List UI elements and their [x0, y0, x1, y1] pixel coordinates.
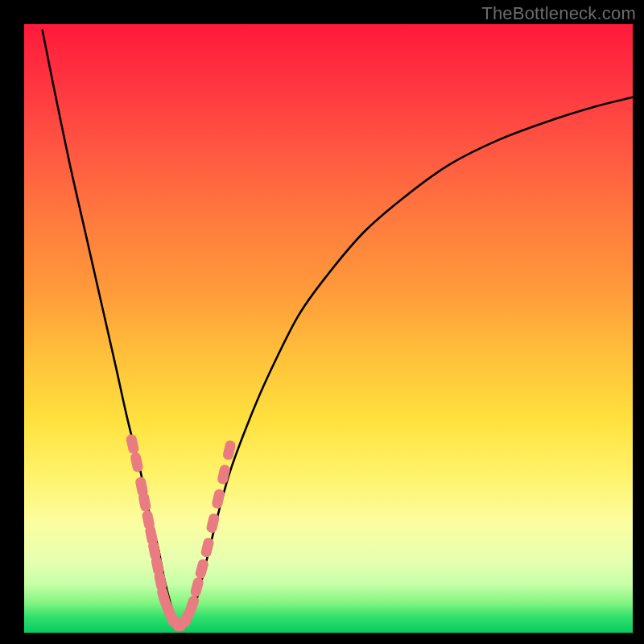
pink-bead-marker: [189, 576, 204, 598]
curve-layer: [24, 24, 633, 633]
pink-bead-marker: [130, 452, 144, 473]
pink-bead-marker: [194, 558, 209, 580]
pink-bead-marker: [217, 464, 231, 485]
pink-bead-marker: [200, 537, 214, 558]
chart-frame: TheBottleneck.com: [0, 0, 644, 644]
pink-markers: [126, 433, 237, 633]
pink-bead-marker: [126, 433, 140, 454]
pink-bead-marker: [205, 513, 220, 534]
right-arm-curve: [188, 97, 633, 624]
pink-bead-marker: [211, 489, 225, 510]
watermark-text: TheBottleneck.com: [481, 3, 636, 24]
pink-bead-marker: [138, 491, 151, 512]
